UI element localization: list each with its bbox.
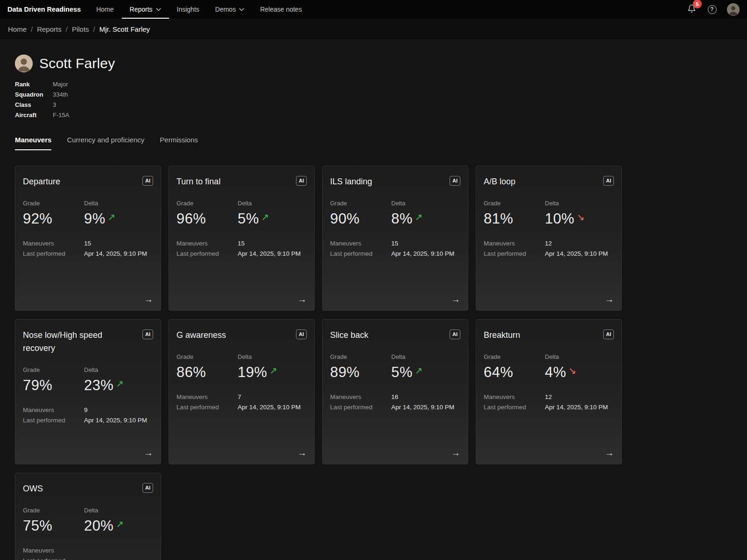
user-avatar[interactable]: [727, 3, 740, 16]
ai-badge[interactable]: AI: [142, 483, 153, 493]
ai-badge[interactable]: AI: [142, 176, 153, 186]
notification-count-badge: 5: [693, 0, 702, 8]
delta-label: Delta: [238, 200, 307, 207]
open-card-arrow-icon[interactable]: →: [605, 448, 614, 457]
trend-up-icon: ↗: [415, 365, 423, 376]
open-card-arrow-icon[interactable]: →: [451, 448, 460, 457]
open-card-arrow-icon[interactable]: →: [605, 294, 614, 304]
maneuvers-value: 15: [391, 240, 460, 247]
nav-item-reports[interactable]: Reports: [122, 0, 169, 19]
nav-item-label: Reports: [130, 6, 153, 13]
grade-value: 86%: [176, 364, 238, 381]
nav-item-home[interactable]: Home: [88, 0, 121, 19]
detail-value-squadron: 334th: [53, 91, 732, 98]
help-button[interactable]: ?: [706, 4, 718, 15]
maneuvers-label: Maneuvers: [176, 393, 238, 400]
grade-label: Grade: [484, 200, 545, 207]
tab-permissions[interactable]: Permissions: [160, 136, 198, 150]
delta-value: 23%↗: [84, 377, 153, 394]
tab-maneuvers[interactable]: Maneuvers: [15, 136, 51, 150]
ai-badge[interactable]: AI: [603, 176, 614, 186]
grade-label: Grade: [330, 200, 391, 207]
tab-currency-and-proficiency[interactable]: Currency and proficiency: [67, 136, 144, 150]
last-performed-label: Last performed: [23, 557, 84, 560]
maneuver-card-ils-landing[interactable]: ILS landing AI Grade 90% Delta 8%↗ Maneu…: [322, 166, 468, 311]
nav-item-demos[interactable]: Demos: [207, 0, 252, 19]
last-performed-value: Apr 14, 2025, 9:10 PM: [545, 250, 614, 257]
ai-badge[interactable]: AI: [296, 176, 307, 186]
delta-label: Delta: [545, 353, 614, 360]
nav-item-release-notes[interactable]: Release notes: [252, 0, 310, 19]
trend-down-icon: ↘: [577, 211, 585, 223]
delta-value: 10%↘: [545, 210, 614, 227]
maneuver-card-g-awareness[interactable]: G awareness AI Grade 86% Delta 19%↗ Mane…: [169, 319, 315, 464]
trend-up-icon: ↗: [116, 518, 124, 530]
nav-item-label: Insights: [177, 6, 199, 13]
nav-item-label: Release notes: [260, 6, 302, 13]
delta-value: 9%↗: [84, 210, 153, 227]
last-performed-label: Last performed: [330, 250, 391, 257]
card-title: Slice back: [330, 329, 368, 342]
maneuver-card-turn-to-final[interactable]: Turn to final AI Grade 96% Delta 5%↗ Man…: [169, 166, 315, 311]
last-performed-value: Apr 14, 2025, 9:10 PM: [238, 404, 307, 411]
ai-badge[interactable]: AI: [603, 329, 614, 339]
delta-value: 4%↘: [545, 364, 614, 381]
detail-label-class: Class: [15, 102, 53, 108]
open-card-arrow-icon[interactable]: →: [144, 294, 153, 304]
breadcrumb-current: Mjr. Scott Farley: [99, 25, 150, 33]
delta-label: Delta: [84, 507, 153, 514]
last-performed-value: [84, 557, 153, 560]
last-performed-label: Last performed: [484, 250, 545, 257]
maneuvers-label: Maneuvers: [176, 240, 238, 247]
grade-label: Grade: [330, 353, 391, 360]
delta-stat: Delta 5%↗: [391, 353, 460, 381]
delta-value: 5%↗: [238, 210, 307, 227]
delta-label: Delta: [545, 200, 614, 207]
ai-badge[interactable]: AI: [450, 176, 460, 186]
card-title: OWS: [23, 482, 43, 495]
open-card-arrow-icon[interactable]: →: [144, 448, 153, 457]
chevron-down-icon: [239, 8, 244, 11]
breadcrumb-item-reports[interactable]: Reports: [37, 25, 62, 33]
last-performed-label: Last performed: [23, 250, 84, 257]
notifications-button[interactable]: 5: [686, 4, 697, 15]
delta-number: 5%: [238, 210, 259, 227]
maneuvers-label: Maneuvers: [23, 406, 84, 413]
breadcrumb: Home/Reports/Pilots/Mjr. Scott Farley: [0, 19, 747, 40]
maneuver-card-departure[interactable]: Departure AI Grade 92% Delta 9%↗ Maneuve…: [15, 166, 161, 311]
maneuvers-value: 15: [84, 240, 153, 247]
breadcrumb-separator: /: [93, 25, 95, 33]
maneuvers-label: Maneuvers: [330, 240, 391, 247]
open-card-arrow-icon[interactable]: →: [451, 294, 460, 304]
nav-item-label: Demos: [215, 6, 236, 13]
card-title: Breakturn: [484, 329, 520, 342]
detail-value-rank: Major: [53, 81, 732, 88]
detail-value-aircraft: F-15A: [53, 112, 732, 119]
breadcrumb-item-pilots[interactable]: Pilots: [72, 25, 89, 33]
maneuver-card-ows[interactable]: OWS AI Grade 75% Delta 20%↗ Maneuvers La…: [15, 473, 161, 560]
breadcrumb-item-home[interactable]: Home: [8, 25, 27, 33]
delta-number: 5%: [391, 364, 413, 380]
delta-number: 9%: [84, 210, 106, 227]
card-title: Nose low/High speed recovery: [23, 329, 133, 355]
delta-number: 10%: [545, 210, 574, 227]
ai-badge[interactable]: AI: [142, 329, 153, 339]
delta-label: Delta: [391, 200, 460, 207]
grade-label: Grade: [23, 507, 84, 514]
maneuvers-label: Maneuvers: [484, 393, 545, 400]
ai-badge[interactable]: AI: [450, 329, 460, 339]
delta-number: 8%: [391, 210, 413, 227]
maneuver-card-a-b-loop[interactable]: A/B loop AI Grade 81% Delta 10%↘ Maneuve…: [476, 166, 622, 311]
app-brand: Data Driven Readiness: [7, 0, 81, 19]
maneuver-card-breakturn[interactable]: Breakturn AI Grade 64% Delta 4%↘ Maneuve…: [476, 319, 622, 464]
open-card-arrow-icon[interactable]: →: [297, 448, 307, 457]
open-card-arrow-icon[interactable]: →: [297, 294, 307, 304]
maneuver-card-slice-back[interactable]: Slice back AI Grade 89% Delta 5%↗ Maneuv…: [322, 319, 468, 464]
detail-label-aircraft: Aircraft: [15, 112, 53, 119]
nav-item-insights[interactable]: Insights: [169, 0, 207, 19]
last-performed-value: Apr 14, 2025, 9:10 PM: [84, 417, 153, 424]
delta-stat: Delta 23%↗: [84, 366, 153, 394]
maneuver-card-nose-low-high-speed-recovery[interactable]: Nose low/High speed recovery AI Grade 79…: [15, 319, 161, 464]
ai-badge[interactable]: AI: [296, 329, 307, 339]
last-performed-value: Apr 14, 2025, 9:10 PM: [391, 404, 460, 411]
